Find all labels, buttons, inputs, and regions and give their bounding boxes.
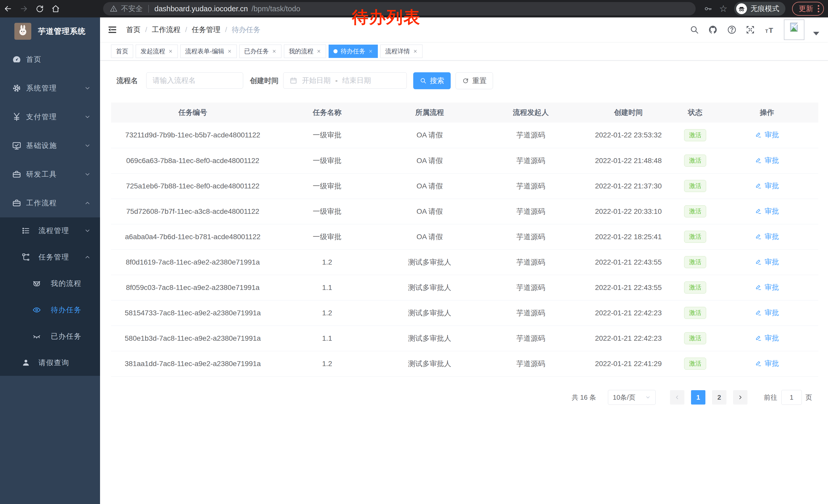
font-size-icon[interactable]: TT: [764, 25, 775, 35]
sidebar-item-leave-query[interactable]: 请假查询: [0, 350, 100, 376]
table-header-row: 任务编号 任务名称 所属流程 流程发起人 创建时间 状态 操作: [111, 102, 818, 123]
briefcase-icon: [12, 170, 22, 179]
tag-start-process[interactable]: 发起流程: [136, 45, 178, 58]
browser-back-button[interactable]: [0, 1, 16, 16]
date-range-picker[interactable]: 开始日期 - 结束日期: [283, 72, 407, 89]
edit-pen-icon: [755, 233, 762, 240]
browser-reload-button[interactable]: [32, 1, 48, 16]
approve-link[interactable]: 审批: [755, 130, 779, 140]
cell-process: 测试多审批人: [380, 249, 480, 275]
sidebar-item-workflow[interactable]: 工作流程: [0, 189, 100, 217]
browser-forward-button[interactable]: [16, 1, 32, 16]
page-button-2[interactable]: 2: [712, 390, 727, 405]
monitor-icon: [12, 141, 22, 150]
sidebar-item-done-tasks[interactable]: 已办任务: [0, 323, 100, 350]
app-title: 芋道管理系统: [38, 26, 86, 37]
calendar-icon: [290, 77, 297, 84]
chevron-down-icon: [84, 113, 91, 120]
col-status: 状态: [675, 102, 716, 123]
github-icon[interactable]: [708, 25, 718, 35]
sidebar-item-task-management[interactable]: 任务管理: [0, 244, 100, 270]
briefcase-icon: [12, 198, 22, 208]
sidebar-item-system[interactable]: 系统管理: [0, 74, 100, 102]
help-icon[interactable]: [727, 25, 737, 35]
table-row: a6aba0a4-7b6d-11ec-b781-acde48001122 一级审…: [111, 224, 818, 249]
approve-link[interactable]: 审批: [755, 207, 779, 216]
close-icon[interactable]: [227, 49, 232, 54]
create-time-label: 创建时间: [250, 72, 279, 89]
col-process: 所属流程: [380, 102, 480, 123]
close-icon[interactable]: [168, 49, 173, 54]
breadcrumb-home[interactable]: 首页: [126, 25, 140, 35]
avatar-caret-icon[interactable]: [813, 32, 819, 35]
page-button-1[interactable]: 1: [691, 390, 705, 405]
incognito-badge: 无痕模式: [734, 2, 785, 16]
chevron-up-icon: [84, 254, 91, 261]
status-badge: 激活: [684, 256, 706, 268]
sidebar-collapse-button[interactable]: [107, 25, 118, 35]
user-avatar[interactable]: [784, 19, 804, 40]
sidebar-item-payment[interactable]: 支付管理: [0, 102, 100, 131]
breadcrumb-task-management[interactable]: 任务管理: [192, 25, 220, 35]
broken-image-icon: [788, 21, 800, 33]
close-icon[interactable]: [413, 49, 418, 54]
cell-create-time: 2022-01-21 22:43:55: [582, 275, 675, 300]
tag-my-process[interactable]: 我的流程: [284, 45, 326, 58]
close-icon[interactable]: [317, 49, 321, 54]
cell-create-time: 2022-01-21 22:41:29: [582, 351, 675, 376]
browser-menu-icon[interactable]: [818, 5, 819, 12]
app-logo-row[interactable]: 芋道管理系统: [0, 17, 100, 45]
cell-process: OA 请假: [380, 173, 480, 199]
cell-process: 测试多审批人: [380, 300, 480, 326]
next-page-button[interactable]: [733, 390, 747, 405]
sidebar-item-home[interactable]: 首页: [0, 45, 100, 74]
sidebar-item-dev-tools[interactable]: 研发工具: [0, 160, 100, 189]
approve-link[interactable]: 审批: [755, 333, 779, 343]
chevron-left-icon: [674, 394, 680, 401]
search-button[interactable]: 搜索: [413, 72, 451, 89]
cell-starter: 芋道源码: [480, 173, 582, 199]
approve-link[interactable]: 审批: [755, 155, 779, 165]
approve-link[interactable]: 审批: [755, 257, 779, 267]
sidebar-item-my-process[interactable]: 我的流程: [0, 270, 100, 296]
approve-link[interactable]: 审批: [755, 308, 779, 318]
search-icon[interactable]: [690, 25, 699, 35]
browser-home-button[interactable]: [48, 1, 64, 16]
tag-todo-tasks[interactable]: 待办任务: [329, 45, 378, 58]
approve-link[interactable]: 审批: [755, 359, 779, 368]
fullscreen-icon[interactable]: [745, 25, 755, 35]
close-icon[interactable]: [272, 49, 277, 54]
col-task-name: 任务名称: [275, 102, 380, 123]
status-badge: 激活: [684, 358, 706, 370]
approve-link[interactable]: 审批: [755, 232, 779, 241]
gauge-icon: [12, 55, 22, 64]
rabbit-logo-icon: [16, 25, 30, 38]
approve-link[interactable]: 审批: [755, 282, 779, 292]
browser-update-button[interactable]: 更新: [792, 2, 824, 16]
goto-page-input[interactable]: [781, 390, 802, 405]
process-name-input[interactable]: 请输入流程名: [146, 72, 243, 89]
page-size-select[interactable]: 10条/页: [608, 390, 656, 405]
sidebar-item-process-management[interactable]: 流程管理: [0, 217, 100, 244]
close-icon[interactable]: [368, 49, 373, 54]
status-badge: 激活: [684, 332, 706, 344]
approve-link[interactable]: 审批: [755, 181, 779, 191]
tag-process-detail[interactable]: 流程详情: [380, 45, 422, 58]
chevron-right-icon: [737, 394, 743, 401]
cell-create-time: 2022-01-22 21:48:48: [582, 148, 675, 173]
app-logo: [14, 23, 31, 40]
bookmark-star-icon[interactable]: ☆: [719, 4, 728, 13]
cell-task-id: 8f059c03-7ac8-11ec-a9e2-a2380e71991a: [111, 275, 275, 300]
key-icon[interactable]: [704, 4, 713, 13]
sidebar-item-todo-tasks[interactable]: 待办任务: [0, 296, 100, 323]
reset-button[interactable]: 重置: [456, 72, 493, 89]
cell-task-name: 1.2: [275, 351, 380, 376]
forward-arrow-icon: [19, 4, 29, 13]
breadcrumb-workflow[interactable]: 工作流程: [152, 25, 180, 35]
sidebar-item-infrastructure[interactable]: 基础设施: [0, 131, 100, 160]
tag-done-tasks[interactable]: 已办任务: [239, 45, 281, 58]
tag-process-form-edit[interactable]: 流程表单-编辑: [180, 45, 237, 58]
prev-page-button[interactable]: [670, 390, 685, 405]
status-badge: 激活: [684, 180, 706, 192]
tag-home[interactable]: 首页: [111, 45, 133, 58]
